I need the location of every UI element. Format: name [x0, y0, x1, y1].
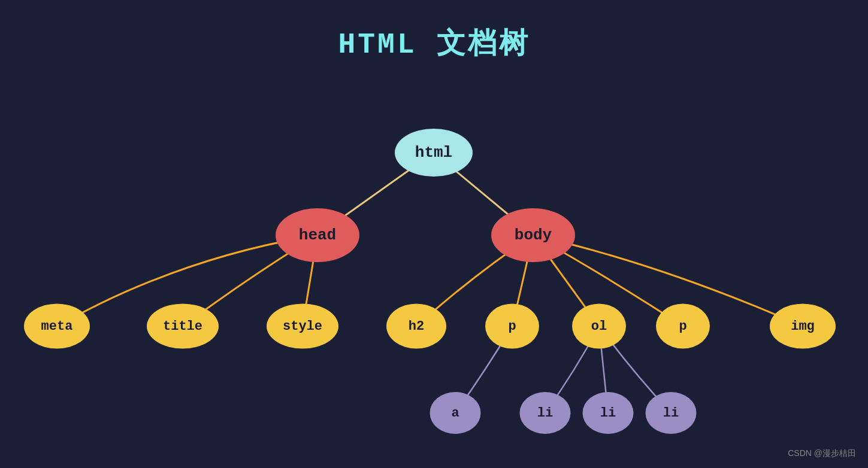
node-h2: h2: [386, 304, 446, 349]
node-head: head: [276, 208, 359, 262]
node-a: a: [430, 392, 481, 434]
node-style: style: [267, 304, 338, 349]
node-html: html: [395, 129, 473, 177]
node-img: img: [770, 304, 836, 349]
tree-diagram: [0, 0, 868, 468]
node-body: body: [491, 208, 575, 262]
node-title: title: [147, 304, 219, 349]
page-title: HTML 文档树: [0, 0, 868, 62]
node-li2: li: [583, 392, 634, 434]
node-meta: meta: [24, 304, 90, 349]
node-p2: p: [656, 304, 710, 349]
node-p1: p: [485, 304, 539, 349]
node-li3: li: [646, 392, 697, 434]
watermark: CSDN @漫步桔田: [788, 448, 856, 459]
node-ol: ol: [572, 304, 626, 349]
node-li1: li: [520, 392, 571, 434]
